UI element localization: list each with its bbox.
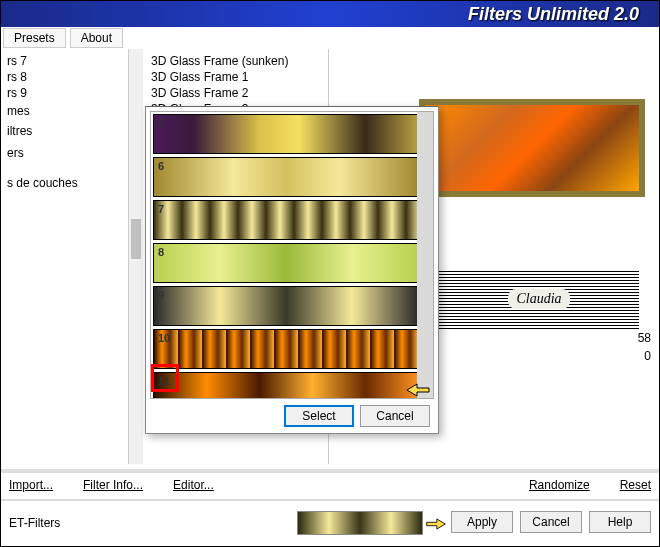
popup-scrollbar[interactable]	[417, 112, 433, 398]
watermark-text: Claudia	[508, 289, 569, 309]
list-item[interactable]: rs 7	[1, 53, 128, 69]
gradient-preview[interactable]	[297, 511, 423, 535]
list-item[interactable]: s de couches	[1, 175, 128, 191]
help-button[interactable]: Help	[589, 511, 651, 533]
left-panel: rs 7 rs 8 rs 9 mes iltres ers s de couch…	[1, 49, 129, 464]
value-2: 0	[644, 349, 651, 363]
title-bar: Filters Unlimited 2.0	[1, 1, 659, 27]
import-button[interactable]: Import...	[9, 478, 53, 492]
watermark: Claudia	[439, 269, 639, 329]
swatch-number: 5	[158, 117, 164, 129]
gradient-picker-popup: 5 6 7 8 9 10 11 Select Cancel	[145, 106, 439, 434]
reset-button[interactable]: Reset	[620, 478, 651, 492]
gradient-swatch-6[interactable]: 6	[153, 157, 419, 197]
randomize-button[interactable]: Randomize	[529, 478, 590, 492]
scrollbar-thumb[interactable]	[131, 219, 141, 259]
popup-cancel-button[interactable]: Cancel	[360, 405, 430, 427]
gradient-swatch-5[interactable]: 5	[153, 114, 419, 154]
gradient-swatch-9[interactable]: 9	[153, 286, 419, 326]
swatch-number: 8	[158, 246, 164, 258]
gradient-swatch-7[interactable]: 7	[153, 200, 419, 240]
filter-info-button[interactable]: Filter Info...	[83, 478, 143, 492]
toolbar: Import... Filter Info... Editor... Rando…	[1, 469, 659, 497]
select-button[interactable]: Select	[284, 405, 354, 427]
gradient-swatch-11[interactable]: 11	[153, 372, 419, 399]
swatch-number: 6	[158, 160, 164, 172]
list-item[interactable]: iltres	[1, 123, 128, 139]
left-list[interactable]: rs 7 rs 8 rs 9 mes iltres ers s de couch…	[1, 49, 128, 195]
editor-button[interactable]: Editor...	[173, 478, 214, 492]
list-item[interactable]: rs 9	[1, 85, 128, 101]
database-label: ET-Filters	[9, 516, 60, 530]
bottom-bar: ET-Filters Apply Cancel Help	[1, 499, 659, 545]
menu-about[interactable]: About	[70, 28, 123, 48]
mid-scrollbar[interactable]	[129, 49, 143, 464]
list-item[interactable]: rs 8	[1, 69, 128, 85]
cancel-button[interactable]: Cancel	[520, 511, 582, 533]
filter-item[interactable]: 3D Glass Frame (sunken)	[147, 53, 328, 69]
swatch-number: 9	[158, 289, 164, 301]
app-title: Filters Unlimited 2.0	[468, 4, 639, 25]
menu-bar: Presets About	[3, 27, 123, 49]
gradient-swatch-10[interactable]: 10	[153, 329, 419, 369]
pointing-hand-icon	[425, 515, 447, 533]
list-item[interactable]: mes	[1, 103, 128, 119]
value-1: 58	[638, 331, 651, 345]
swatch-number: 10	[158, 332, 170, 344]
swatch-number: 7	[158, 203, 164, 215]
filter-item[interactable]: 3D Glass Frame 1	[147, 69, 328, 85]
gradient-swatch-8[interactable]: 8	[153, 243, 419, 283]
selection-highlight	[151, 364, 179, 392]
swatch-list[interactable]: 5 6 7 8 9 10 11	[150, 111, 434, 399]
filter-item[interactable]: 3D Glass Frame 2	[147, 85, 328, 101]
preview-image	[419, 99, 645, 197]
apply-button[interactable]: Apply	[451, 511, 513, 533]
menu-presets[interactable]: Presets	[3, 28, 66, 48]
pointing-hand-icon	[405, 380, 431, 399]
list-item[interactable]: ers	[1, 145, 128, 161]
